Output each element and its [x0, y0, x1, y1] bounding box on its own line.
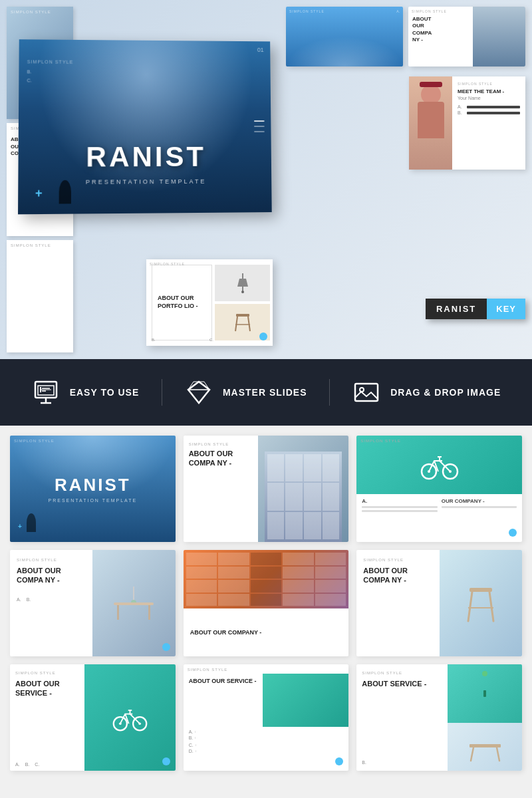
svg-point-3	[241, 291, 244, 293]
blue-dot	[259, 332, 267, 340]
company1-left: SIMPLON STYLE ABOUT OUR COMPA NY -	[184, 436, 258, 542]
label-a: A.	[17, 597, 21, 602]
slide-company2: SIMPLON STYLE ABOUT OUR COMPA NY - A. B.	[10, 550, 176, 656]
ranist-title: RANIST	[55, 475, 131, 495]
label-c: C.	[35, 762, 39, 767]
plus-icon: +	[35, 186, 43, 200]
table-scene	[114, 587, 154, 620]
ranist-key-badge: RANIST KEY	[426, 299, 525, 319]
team-line-a: A.	[458, 104, 520, 109]
divider-1	[162, 379, 162, 406]
company2-right	[92, 550, 175, 656]
svg-line-6	[248, 317, 250, 331]
service3-left: SIMPLON STYLE ABOUT SERVICE - B.	[356, 664, 448, 771]
product-name: RANIST	[426, 299, 487, 319]
lines	[363, 591, 432, 595]
service1-right	[84, 664, 176, 771]
teal-area	[448, 664, 522, 723]
bar-c	[196, 744, 196, 746]
company1-title: ABOUT OUR COMPA NY -	[189, 449, 253, 468]
team-slide: SIMPLON STYLE MEET THE TEAM - Your Name …	[409, 76, 525, 170]
corner-label: SIMPLON STYLE	[360, 439, 401, 443]
portfolio-corner: SIMPLON STYLE	[150, 262, 185, 266]
presentation-icon	[31, 378, 61, 407]
lines: A. B.	[17, 591, 86, 602]
top-right-slides: SIMPLON STYLE A. SIMPLON STYLE ABOUTOURC…	[286, 7, 525, 66]
hero-section: SIMPLON STYLE SIMPLON STYLE ABOUTOURCOMP…	[0, 0, 532, 359]
company1-lines	[189, 476, 253, 480]
corner-label: SIMPLON STYLE	[362, 671, 442, 675]
label-a: A.	[458, 104, 464, 109]
company3-left: SIMPLON STYLE ABOUT OUR COMPA NY -	[356, 550, 439, 656]
lines	[15, 704, 79, 706]
svg-line-5	[235, 317, 237, 331]
bar-b	[467, 112, 520, 114]
lines	[362, 692, 442, 694]
company2-title: ABOUT OUR COMPA NY -	[17, 566, 86, 585]
svg-line-44	[497, 747, 499, 761]
bike-col-a: A.	[362, 498, 437, 538]
blue-dot	[162, 643, 170, 651]
image-icon	[352, 378, 381, 407]
bar-a	[467, 106, 520, 108]
right-column-slides: SIMPLON STYLE MEET THE TEAM - Your Name …	[409, 76, 525, 175]
diamond-icon	[184, 378, 213, 407]
line2	[362, 510, 437, 512]
plant-stem	[483, 690, 486, 697]
main-slide-title: RANIST	[86, 141, 206, 174]
label-b: B.	[27, 597, 31, 602]
label-b: B.	[362, 760, 366, 765]
label-b: B.	[152, 338, 156, 342]
line1	[442, 506, 517, 508]
label-c: C.	[189, 743, 194, 747]
service1-title: ABOUT OUR SERVICE -	[15, 679, 79, 698]
bike-svg-2	[112, 703, 148, 733]
label-b-bottom: B.	[362, 755, 366, 767]
svg-marker-1	[237, 279, 248, 287]
company3-right	[440, 550, 522, 656]
service3-right	[448, 664, 522, 771]
svg-rect-4	[236, 314, 249, 317]
corner-label: SIMPLON STYLE	[363, 558, 432, 562]
ab-labels: A. B.	[17, 597, 86, 602]
portfolio-title: ABOUT OUR PORTFO LIO -	[158, 295, 206, 310]
svg-rect-22	[355, 384, 378, 401]
team-slide-title: MEET THE TEAM -	[458, 88, 520, 94]
corner-label: SIMPLON STYLE	[17, 558, 86, 562]
label-b-row: B.	[189, 735, 196, 740]
service2-top: ABOUT OUR SERVICE -	[184, 674, 349, 727]
team-line-b: B.	[458, 110, 520, 115]
feature-master: MASTER SLIDES	[184, 378, 307, 407]
service2-img	[263, 674, 348, 727]
label-c: C.	[209, 338, 213, 342]
blue-dot	[509, 529, 517, 537]
label-a: A.	[189, 730, 194, 734]
team-corner-label: SIMPLON STYLE	[458, 82, 520, 86]
slide-bike: SIMPLON STYLE A. OU	[356, 436, 522, 542]
table-legs	[117, 605, 150, 620]
team-photo	[409, 76, 452, 170]
label-b: B.	[458, 110, 464, 115]
svg-line-43	[471, 747, 473, 761]
label-c-row: C.	[189, 743, 196, 747]
leg-right	[148, 605, 150, 620]
label-d-row: D.	[189, 749, 196, 753]
slide-number: 01	[257, 47, 264, 53]
drag-drop-label: DRAG & DROP IMAGE	[390, 387, 501, 398]
plus-icon: +	[18, 523, 22, 530]
bike-col-b: OUR COMPANY -	[442, 498, 517, 538]
feature-drag: DRAG & DROP IMAGE	[352, 378, 501, 407]
master-slides-label: MASTER SLIDES	[223, 387, 307, 398]
slide-ranist-main: SIMPLON STYLE + RANIST PRESENTATION TEMP…	[10, 436, 176, 542]
vase-stem	[133, 587, 134, 600]
col-cd: C. D.	[189, 743, 196, 753]
portfolio-inner: ABOUT OUR PORTFO LIO -	[146, 259, 273, 346]
slide-company1: SIMPLON STYLE ABOUT OUR COMPA NY -	[184, 436, 349, 542]
col-ab: A. B.	[189, 730, 196, 740]
lamp-image	[215, 265, 270, 301]
plant-top	[482, 671, 487, 676]
team-name: Your Name	[458, 96, 520, 100]
service2-labels: A. B. C. D.	[189, 730, 205, 753]
person-silhouette	[27, 513, 36, 532]
svg-rect-42	[469, 744, 501, 747]
